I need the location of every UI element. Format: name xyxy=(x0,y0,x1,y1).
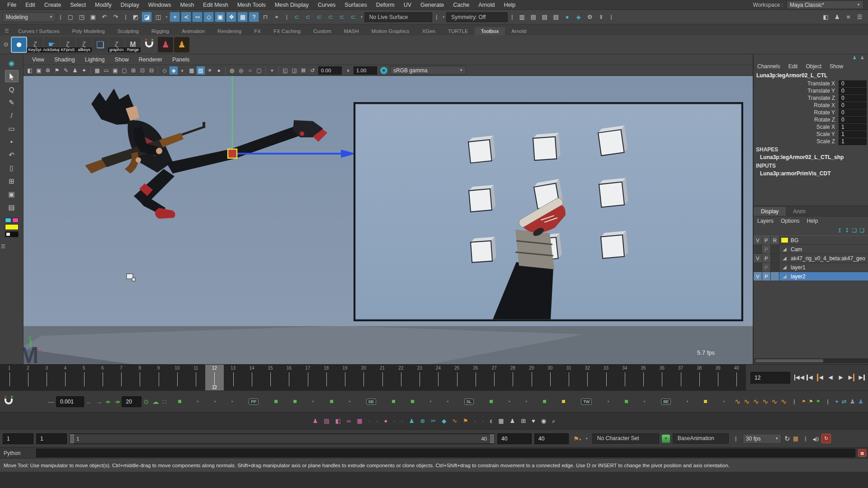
strip-dot[interactable] xyxy=(644,401,645,402)
paint-select-tool-icon[interactable]: ✎ xyxy=(5,96,19,108)
safe-title-icon[interactable]: ⊟ xyxy=(147,66,156,75)
strip-dot[interactable] xyxy=(349,401,350,402)
range-handle-right[interactable] xyxy=(490,434,494,443)
frame-2[interactable]: 2 xyxy=(19,365,37,391)
layer-row-layer2[interactable]: VP◢layer2 xyxy=(754,272,868,281)
viewport-menu-panels[interactable]: Panels xyxy=(167,56,194,63)
strip-sq[interactable] xyxy=(293,400,297,403)
range-handle-left[interactable] xyxy=(70,434,74,443)
menu-file[interactable]: File xyxy=(3,0,21,10)
snap-to-plane-icon[interactable]: ◇ xyxy=(203,12,214,22)
insert-edge-tool-icon[interactable]: / xyxy=(5,109,19,122)
render-setup-icon[interactable]: ⚙ xyxy=(585,12,595,22)
target-cursor-icon[interactable]: ⌖ xyxy=(835,398,838,405)
curve-tool-icon-4[interactable]: ∿ xyxy=(762,397,768,406)
layer-v-toggle[interactable] xyxy=(754,245,762,253)
frame-1[interactable]: 1 xyxy=(0,365,19,391)
epsilon-tool-icon[interactable]: ε xyxy=(490,418,492,424)
shelf-tab-rendering[interactable]: Rendering xyxy=(211,27,248,35)
bookmark-add-icon[interactable]: ⚑+ xyxy=(573,435,581,442)
shelf-character-orange[interactable]: ♟ xyxy=(174,37,189,52)
save-scene-icon[interactable]: ▣ xyxy=(88,12,98,22)
active-pose-dot[interactable]: ● xyxy=(384,418,387,424)
frame-34[interactable]: 34 xyxy=(615,365,634,391)
frame-11[interactable]: 11 xyxy=(187,365,205,391)
shelf-menu-icon[interactable]: ☰ xyxy=(2,28,12,34)
layer-r-toggle[interactable] xyxy=(771,254,779,263)
add-panel-icon[interactable]: ⊞ xyxy=(521,418,526,424)
gamma-dropdown[interactable]: sRGB gamma▼ xyxy=(390,66,466,75)
swap-icon[interactable]: ⇄ xyxy=(842,398,847,405)
frame-30[interactable]: 30 xyxy=(541,365,559,391)
shelf-tab-custom[interactable]: Custom xyxy=(307,27,338,35)
mirror-pose-icon[interactable]: ∞ xyxy=(347,418,351,424)
channel-value-field[interactable]: 0 xyxy=(839,102,867,109)
move-layer-up-icon[interactable]: ↥ xyxy=(837,227,842,234)
textured-icon[interactable]: ◐ xyxy=(178,66,187,75)
layer-p-toggle[interactable]: P xyxy=(762,272,771,281)
strip-sqy[interactable] xyxy=(562,400,565,403)
layer-r-toggle[interactable] xyxy=(771,272,779,281)
strip-dot[interactable] xyxy=(231,401,233,402)
channel-value-field[interactable]: 0 xyxy=(839,88,867,94)
viewport-menu-renderer[interactable]: Renderer xyxy=(134,56,167,63)
chevron-down-icon[interactable]: ▾ xyxy=(586,436,588,441)
make-live-icon[interactable]: ▦ xyxy=(237,12,248,22)
swatch-black[interactable] xyxy=(5,231,19,237)
curve-tool-icon-3[interactable]: ∿ xyxy=(753,397,759,406)
layer-tab-anim[interactable]: Anim xyxy=(786,207,812,216)
redo-icon[interactable]: ↷ xyxy=(110,12,121,22)
pose-folder-icon[interactable]: ▤ xyxy=(324,418,329,424)
dot-marker[interactable]: · xyxy=(368,418,370,424)
cube-1[interactable] xyxy=(468,136,495,163)
viewport-menu-lighting[interactable]: Lighting xyxy=(80,56,110,63)
snap-magnet-icon-5[interactable]: ⊂ xyxy=(337,12,347,22)
film-gate-icon[interactable]: ▭ xyxy=(102,66,111,75)
layer-p-toggle[interactable]: P xyxy=(762,254,771,263)
next-keyed-icon[interactable]: ↠ xyxy=(115,398,120,405)
shelf-tab-turtle[interactable]: TURTLE xyxy=(442,27,475,35)
menu-mesh[interactable]: Mesh xyxy=(176,0,199,10)
notes-tool-icon[interactable]: ▤ xyxy=(5,201,19,213)
channel-box-menu-edit[interactable]: Edit xyxy=(788,63,798,70)
menu-deform[interactable]: Deform xyxy=(372,0,399,10)
current-frame-field[interactable]: 12 xyxy=(750,372,790,384)
channel-value-field[interactable]: 1 xyxy=(839,124,867,131)
bookmark-strip[interactable]: PPSBSLTWBE xyxy=(178,399,725,405)
plugin-icon[interactable]: ⊠ xyxy=(299,66,308,75)
lock-icon[interactable]: ⊓ xyxy=(260,12,270,22)
dock-panel-icon[interactable]: ♟ xyxy=(860,55,864,61)
viewport-menu-view[interactable]: View xyxy=(27,56,49,63)
frame-28[interactable]: 28 xyxy=(504,365,522,391)
look-through-selected-icon[interactable]: ♟ xyxy=(71,66,80,75)
go-to-end-button[interactable]: ▶ xyxy=(857,371,867,384)
shadows-icon[interactable]: ☀ xyxy=(205,66,214,75)
frame-29[interactable]: 29 xyxy=(522,365,541,391)
resolution-gate-icon[interactable]: ▣ xyxy=(111,66,120,75)
frame-7[interactable]: 7 xyxy=(112,365,131,391)
channel-box-menu-show[interactable]: Show xyxy=(830,63,843,70)
menu-display[interactable]: Display xyxy=(116,0,144,10)
character-blue-icon[interactable]: ♟ xyxy=(858,398,863,405)
play-backwards-button[interactable]: ◀ xyxy=(826,371,835,384)
move-layer-down-icon[interactable]: ↧ xyxy=(844,227,849,234)
frame-31[interactable]: 31 xyxy=(560,365,578,391)
swatch-magenta[interactable] xyxy=(12,218,19,223)
frame-5[interactable]: 5 xyxy=(75,365,93,391)
blob-tool-icon[interactable]: ☁ xyxy=(152,398,159,405)
frame-37[interactable]: 37 xyxy=(671,365,690,391)
swatch-cyan[interactable] xyxy=(5,218,11,223)
render-current-frame-icon[interactable]: ▤ xyxy=(528,12,538,22)
dof-icon[interactable]: ○ xyxy=(245,66,255,75)
snap-magnet-icon-6[interactable]: ⊂ xyxy=(348,12,359,22)
frame-22[interactable]: 22 xyxy=(392,365,410,391)
channel-box-menu-object[interactable]: Object xyxy=(806,63,821,70)
shelf-tab-fx-caching[interactable]: FX Caching xyxy=(267,27,307,35)
menu-select[interactable]: Select xyxy=(66,0,90,10)
range-slider[interactable]: 1 40 xyxy=(70,433,495,444)
pose-library-icon[interactable]: ♟ xyxy=(313,418,318,424)
snap-magnet-icon-4[interactable]: ⊂ xyxy=(326,12,336,22)
frame-3[interactable]: 3 xyxy=(38,365,56,391)
pose-camera-icon[interactable]: ◧ xyxy=(335,418,341,424)
frame-35[interactable]: 35 xyxy=(634,365,653,391)
